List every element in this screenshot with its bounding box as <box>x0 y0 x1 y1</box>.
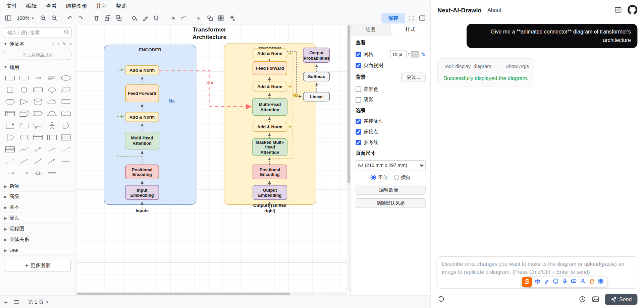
encoder-add-norm-1[interactable]: Add & Norm <box>125 65 159 75</box>
shape-callout[interactable] <box>32 121 44 130</box>
shape-triangle[interactable] <box>18 97 30 107</box>
sidebar-section-misc[interactable]: ▶杂项 <box>0 181 75 192</box>
upload-image-icon[interactable] <box>592 296 599 303</box>
shape-card[interactable] <box>18 121 30 130</box>
shape-diamond[interactable] <box>46 85 58 95</box>
shape-arrow-line[interactable] <box>46 157 58 166</box>
connection-style-icon[interactable] <box>178 13 188 23</box>
page-view-checkbox[interactable] <box>356 63 361 68</box>
zoom-out-icon[interactable] <box>49 13 59 23</box>
ime-shop-icon[interactable] <box>589 278 595 286</box>
edit-icon[interactable]: ✎ <box>63 41 66 47</box>
background-color-checkbox[interactable] <box>356 86 361 92</box>
landscape-radio[interactable]: 横向 <box>394 174 411 181</box>
more-shapes-button[interactable]: + 更多图形 <box>5 260 71 271</box>
ime-language-toggle[interactable]: 中 <box>535 278 541 286</box>
format-panel-icon[interactable] <box>417 13 427 23</box>
save-button[interactable]: 保存 <box>382 13 405 23</box>
collapse-panel-icon[interactable] <box>614 6 622 13</box>
shape-link-edge[interactable] <box>46 168 58 178</box>
shape-circle[interactable] <box>18 85 30 95</box>
shape-rectangle[interactable] <box>4 73 16 83</box>
sidebar-section-uml[interactable]: ▶UML <box>0 245 75 256</box>
shape-line[interactable] <box>18 157 30 166</box>
ime-mic-icon[interactable] <box>562 278 568 286</box>
encoder-positional-encoding[interactable]: Positional Encoding <box>125 165 159 179</box>
shape-search-input[interactable] <box>4 27 72 37</box>
shape-dotted-line[interactable] <box>4 157 16 166</box>
add-shape-icon[interactable]: + <box>194 13 204 23</box>
shape-hexagon[interactable] <box>4 97 16 107</box>
shape-trapezoid[interactable] <box>46 109 58 118</box>
pages-menu-icon[interactable] <box>13 300 19 305</box>
sidebar-section-er[interactable]: ▶实体关系 <box>0 234 75 245</box>
connection-points-checkbox[interactable] <box>356 129 361 135</box>
shadow-icon[interactable] <box>151 13 161 23</box>
decoder-output-embedding[interactable]: Output Embedding <box>253 185 287 200</box>
shape-vertical-container[interactable] <box>46 133 58 142</box>
shape-text[interactable]: Text <box>32 73 44 83</box>
undo-icon[interactable]: ↶ <box>65 13 74 23</box>
decoder-add-norm-2[interactable]: Add & Norm <box>253 82 287 91</box>
menu-edit[interactable]: 编辑 <box>26 2 37 10</box>
general-section-header[interactable]: ▼ 通用 <box>0 62 75 72</box>
shape-actor[interactable] <box>46 121 58 130</box>
guides-checkbox[interactable] <box>356 140 361 145</box>
shape-cylinder[interactable] <box>32 97 44 107</box>
shape-and[interactable] <box>4 133 16 142</box>
shape-bold-line[interactable] <box>60 157 72 166</box>
shape-textbox[interactable] <box>46 73 58 83</box>
grid-checkbox[interactable] <box>356 52 361 57</box>
sogou-ime-icon[interactable]: S <box>522 277 532 287</box>
encoder-multi-head-attention[interactable]: Multi-Head Attention <box>125 132 159 149</box>
menu-view[interactable]: 查看 <box>46 2 57 10</box>
shape-dashed-line[interactable] <box>60 144 72 154</box>
to-back-icon[interactable] <box>114 13 123 23</box>
shape-or[interactable] <box>60 121 72 130</box>
softmax-block[interactable]: Softmax <box>303 72 330 81</box>
encoder-add-norm-2[interactable]: Add & Norm <box>125 112 159 122</box>
waypoint-style-icon[interactable] <box>167 13 177 23</box>
insert-shape-icon[interactable] <box>205 13 215 23</box>
magic-wand-icon[interactable] <box>227 13 237 23</box>
shape-internal-storage[interactable] <box>4 109 16 118</box>
shape-bidirectional-arrow[interactable] <box>32 144 44 154</box>
zoom-dropdown[interactable]: 100%▼ <box>14 14 37 22</box>
history-icon[interactable] <box>579 296 586 303</box>
shape-arrow[interactable] <box>46 144 58 154</box>
shape-cube[interactable] <box>18 109 30 118</box>
shape-frame[interactable] <box>60 133 72 142</box>
ime-emoji-icon[interactable] <box>553 278 558 286</box>
add-page-icon[interactable]: + <box>4 299 8 306</box>
insert-table-icon[interactable] <box>216 13 226 23</box>
output-probabilities-block[interactable]: Output Probabilities <box>303 48 330 63</box>
line-color-icon[interactable] <box>140 13 150 23</box>
encoder-input-embedding[interactable]: Input Embedding <box>125 185 159 200</box>
shape-labeled-edge[interactable] <box>32 168 44 178</box>
zoom-in-icon[interactable] <box>38 13 48 23</box>
ime-pen-icon[interactable] <box>544 278 549 286</box>
decoder-feed-forward[interactable]: Feed Forward <box>253 61 287 75</box>
shape-ellipse[interactable] <box>60 73 72 83</box>
shape-curve[interactable] <box>18 144 30 154</box>
menu-file[interactable]: 文件 <box>7 2 17 10</box>
shape-step[interactable] <box>32 109 44 118</box>
toggle-panel-icon[interactable] <box>3 13 13 23</box>
edit-data-button[interactable]: 编辑数据... <box>356 185 425 194</box>
clear-default-style-button[interactable]: 清除默认风格 <box>356 198 425 208</box>
shape-dashed-edge[interactable] <box>4 168 16 178</box>
ime-keyboard-icon[interactable] <box>571 278 577 286</box>
shape-note[interactable] <box>4 121 16 130</box>
diagram-canvas[interactable]: Transformer Architecture ENCODER DECODER <box>76 24 351 295</box>
help-icon[interactable]: ? <box>52 41 54 47</box>
scratchpad-dropzone[interactable]: 把元素拖至此处 <box>4 50 72 60</box>
decoder-positional-encoding[interactable]: Positional Encoding <box>253 165 287 179</box>
tab-diagram[interactable]: 绘图 <box>351 24 391 35</box>
menu-extras[interactable]: 其它 <box>96 2 107 10</box>
shape-container[interactable] <box>32 133 44 142</box>
menu-help[interactable]: 帮助 <box>116 2 126 10</box>
shape-diagonal-line[interactable] <box>32 157 44 166</box>
connection-arrows-checkbox[interactable] <box>356 119 361 124</box>
horizontal-scrollbar[interactable] <box>76 292 347 296</box>
about-link[interactable]: About <box>487 7 501 13</box>
